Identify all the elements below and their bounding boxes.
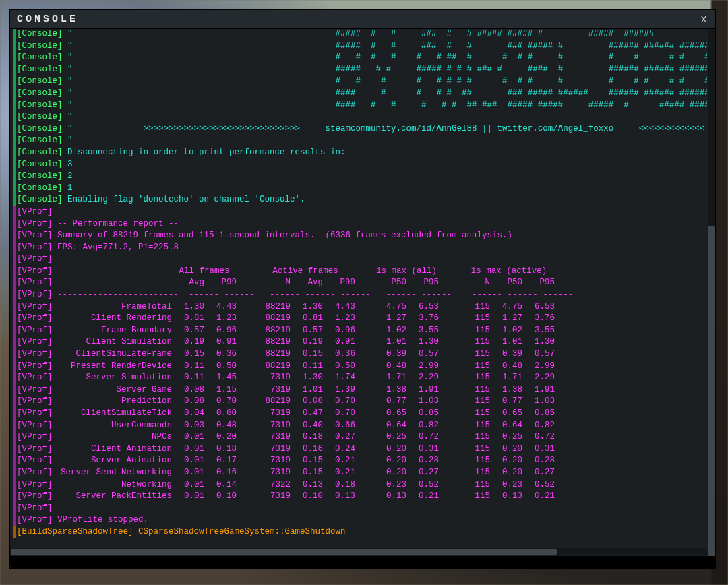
console-line: [Console] Disconnecting in order to prin… xyxy=(13,147,707,159)
vprof-row: [VProf] Client Rendering0.811.23882190.8… xyxy=(13,313,707,325)
console-line: [Console] " # # # # # # # # # # # # # # … xyxy=(13,75,707,88)
vprof-row: [VProf] Prediction0.080.70882190.080.700… xyxy=(13,396,707,408)
vprof-row: [VProf] Server Send Networking0.010.1673… xyxy=(13,467,707,479)
vprof-row: [VProf] ClientSimulateTick0.040.6073190.… xyxy=(13,408,707,420)
console-line: [Console] Enabling flag 'donotecho' on c… xyxy=(13,194,707,206)
console-line: [Console] " xyxy=(13,135,707,147)
console-line: [VProf] xyxy=(13,206,707,218)
vprof-row: [VProf] Server Simulation0.111.4573191.3… xyxy=(13,372,707,384)
vprof-row: [VProf] Present_RenderDevice0.110.508821… xyxy=(13,361,707,373)
console-line: [VProf] xyxy=(13,503,707,515)
console-line: [Console] " # # # # # # ## # # # # # # #… xyxy=(13,52,707,64)
vprof-row: [VProf] Networking0.010.1473220.130.180.… xyxy=(13,479,707,491)
titlebar: CONSOLE x xyxy=(10,10,715,29)
console-body: [Console] " ##### # # ### # # ##### ####… xyxy=(10,29,715,568)
vprof-row: [VProf] Client_Animation0.010.1873190.16… xyxy=(13,443,707,456)
console-input-row xyxy=(10,556,715,566)
console-line: [Console] " ##### # # ### # # ### ##### … xyxy=(13,40,707,53)
window-title: CONSOLE xyxy=(17,13,78,25)
console-line: [Console] 1 xyxy=(13,183,707,195)
vscroll-thumb[interactable] xyxy=(708,226,715,559)
vprof-row: [VProf] Server Animation0.010.1773190.15… xyxy=(13,455,707,467)
console-line: [Console] " >>>>>>>>>>>>>>>>>>>>>>>>>>>>… xyxy=(13,123,707,135)
console-line: [Console] " #### # # # # ## ### ##### ##… xyxy=(13,88,707,100)
vprof-row: [VProf] FrameTotal1.304.43882191.304.434… xyxy=(13,301,707,313)
console-output: [Console] " ##### # # ### # # ##### ####… xyxy=(10,29,707,547)
vprof-row: [VProf] All framesActive frames1s max (a… xyxy=(13,266,707,278)
console-line: [Console] " xyxy=(13,111,707,123)
vscroll-track[interactable] xyxy=(708,29,715,547)
vprof-row: [VProf] Client Simulation0.190.91882190.… xyxy=(13,336,707,348)
vprof-row: [VProf] NPCs0.010.2073190.180.270.250.72… xyxy=(13,431,707,443)
console-line: [VProf] FPS: Avg=771.2, P1=225.8 xyxy=(13,242,707,254)
vprof-row: [VProf] ClientSimulateFrame0.150.3688219… xyxy=(13,348,707,361)
vprof-row: [VProf] UserCommands0.030.4873190.400.66… xyxy=(13,420,707,432)
console-line: [VProf] xyxy=(13,253,707,266)
console-line: [Console] 3 xyxy=(13,159,707,171)
vprof-row: [VProf] Server Game0.081.1573191.011.391… xyxy=(13,384,707,396)
close-button[interactable]: x xyxy=(696,12,711,27)
vprof-row: [VProf] Frame Boundary0.570.96882190.570… xyxy=(13,325,707,337)
vprof-row: [VProf] AvgP99NAvgP99P50P95NP50P95 xyxy=(13,277,707,289)
console-line: [Console] 2 xyxy=(13,171,707,183)
console-line: [VProf] VProfLite stopped. xyxy=(13,514,707,526)
vprof-row: [VProf] ------------------------ ------ … xyxy=(13,289,707,301)
vprof-row: [VProf] Server PackEntities0.010.1073190… xyxy=(13,491,707,503)
console-line: [Console] " ##### # # ### # # ##### ####… xyxy=(13,29,707,40)
console-line: [BuildSparseShadowTree] CSparseShadowTre… xyxy=(13,526,707,538)
console-line: [Console] " #### # # # # # ## ### ##### … xyxy=(13,100,707,112)
console-line: [Console] " ##### # # ##### # # # ### # … xyxy=(13,64,707,76)
console-line: [VProf] -- Performance report -- xyxy=(13,218,707,230)
console-line: [VProf] Summary of 88219 frames and 115 … xyxy=(13,230,707,242)
hscroll-thumb[interactable] xyxy=(11,549,557,555)
console-input[interactable] xyxy=(11,559,715,568)
console-window: CONSOLE x [Console] " ##### # # ### # # … xyxy=(9,9,716,569)
